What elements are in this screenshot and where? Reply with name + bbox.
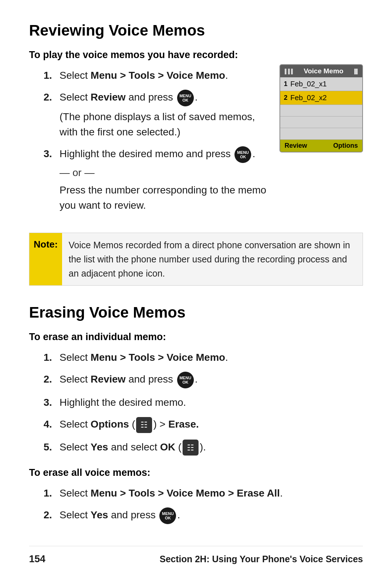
erasing-all-step-1: 1. Select Menu > Tools > Voice Memo > Er… xyxy=(44,486,363,501)
reviewing-step-2-bold: Review xyxy=(91,91,126,103)
erasing-step-2-content: Select Review and press MENU OK . xyxy=(60,372,363,388)
reviewing-step-2-sub: (The phone displays a list of saved memo… xyxy=(60,109,269,140)
footer-section-label: Section 2H: Using Your Phone's Voice Ser… xyxy=(160,554,363,564)
phone-review-label: Review xyxy=(285,142,307,150)
menu-ok-button-1: MENU OK xyxy=(177,90,194,106)
options-icon-1: ☷ xyxy=(136,417,152,433)
note-text: Voice Memos recorded from a direct phone… xyxy=(62,233,363,285)
erasing-step-3-content: Highlight the desired memo. xyxy=(60,395,363,410)
phone-list-item-1: 1 Feb_02_x1 xyxy=(280,77,362,91)
erasing-step-3-num: 3. xyxy=(44,395,60,410)
phone-list-num-2: 2 xyxy=(284,94,287,102)
phone-list-num-1: 1 xyxy=(284,80,287,88)
erasing-all-step-2-yes: Yes xyxy=(91,510,108,521)
phone-battery-icon: ▐▌ xyxy=(353,69,359,74)
erasing-step-4-erase: Erase. xyxy=(168,418,199,430)
note-label: Note: xyxy=(29,233,62,285)
phone-list-label-1: Feb_02_x1 xyxy=(290,80,327,88)
erasing-step-4-content: Select Options (☷) > Erase. xyxy=(60,417,363,433)
menu-label-3: MENU xyxy=(179,376,191,380)
erasing-step-3: 3. Highlight the desired memo. xyxy=(44,395,363,410)
phone-screenshot-title: Voice Memo xyxy=(294,67,352,75)
phone-options-label: Options xyxy=(333,142,358,150)
ok-label-4: OK xyxy=(165,516,171,520)
phone-list-empty-1 xyxy=(280,105,362,117)
menu-label-2: MENU xyxy=(237,150,249,155)
erasing-all-step-2-content: Select Yes and press MENU OK . xyxy=(60,507,363,524)
phone-bottom-bar: Review Options xyxy=(280,140,362,152)
phone-list-item-2: 2 Feb_02_x2 xyxy=(280,91,362,105)
erasing-step-4: 4. Select Options (☷) > Erase. xyxy=(44,417,363,433)
press-alt-text: Press the number corresponding to the me… xyxy=(60,183,269,213)
reviewing-step-1-content: Select Menu > Tools > Voice Memo. xyxy=(60,68,269,83)
reviewing-step-1: 1. Select Menu > Tools > Voice Memo. xyxy=(44,68,269,83)
note-box: Note: Voice Memos recorded from a direct… xyxy=(29,233,363,286)
reviewing-step-2-num: 2. xyxy=(44,90,60,105)
menu-ok-button-2: MENU OK xyxy=(234,146,251,163)
erasing-step-1: 1. Select Menu > Tools > Voice Memo. xyxy=(44,350,363,365)
phone-title-bar: ▐▐ ▌ Voice Memo ▐▌ xyxy=(280,65,362,77)
erasing-all-label: To erase all voice memos: xyxy=(29,467,363,478)
reviewing-step-2: 2. Select Review and press MENU OK . (Th… xyxy=(44,90,269,140)
erasing-all-step-1-num: 1. xyxy=(44,486,60,501)
erasing-step-1-content: Select Menu > Tools > Voice Memo. xyxy=(60,350,363,365)
erasing-step-5-yes: Yes xyxy=(91,441,108,453)
ok-label: OK xyxy=(182,98,188,102)
footer-page-num: 154 xyxy=(29,554,45,565)
phone-status-icons: ▐▐ ▌ xyxy=(283,69,294,74)
erasing-step-5-ok: OK xyxy=(160,441,175,453)
erasing-individual-label: To erase an individual memo: xyxy=(29,331,363,343)
erasing-section: Erasing Voice Memos To erase an individu… xyxy=(29,304,363,524)
phone-screenshot: ▐▐ ▌ Voice Memo ▐▌ 1 Feb_02_x1 2 Feb_02_… xyxy=(279,64,363,152)
options-icon-2: ☷ xyxy=(183,440,199,456)
menu-label-4: MENU xyxy=(162,511,173,516)
reviewing-step-3-content: Highlight the desired memo and press MEN… xyxy=(60,146,269,213)
erasing-all-step-1-bold: Menu > Tools > Voice Memo > Erase All xyxy=(91,487,280,499)
reviewing-step-3: 3. Highlight the desired memo and press … xyxy=(44,146,269,213)
menu-ok-button-3: MENU OK xyxy=(177,372,194,388)
erasing-step-5-num: 5. xyxy=(44,440,60,455)
erasing-all-step-2-num: 2. xyxy=(44,507,60,523)
erasing-all-step-1-content: Select Menu > Tools > Voice Memo > Erase… xyxy=(60,486,363,501)
reviewing-step-3-num: 3. xyxy=(44,146,60,162)
erasing-step-4-num: 4. xyxy=(44,417,60,432)
reviewing-subsection-label: To play the voice memos you have recorde… xyxy=(29,49,363,61)
page-footer: 154 Section 2H: Using Your Phone's Voice… xyxy=(29,546,363,565)
ok-label-2: OK xyxy=(240,155,246,159)
erasing-step-2-bold: Review xyxy=(91,374,126,385)
erasing-step-5-content: Select Yes and select OK (☷). xyxy=(60,440,363,456)
reviewing-title: Reviewing Voice Memos xyxy=(29,22,363,39)
or-divider: — or — xyxy=(60,165,269,180)
erasing-individual-steps: 1. Select Menu > Tools > Voice Memo. 2. … xyxy=(44,350,363,456)
erasing-title: Erasing Voice Memos xyxy=(29,304,363,321)
phone-list-empty-3 xyxy=(280,128,362,140)
ok-label-3: OK xyxy=(182,380,188,384)
reviewing-step-1-bold: Menu > Tools > Voice Memo xyxy=(91,70,225,81)
erasing-all-step-2: 2. Select Yes and press MENU OK . xyxy=(44,507,363,524)
menu-label: MENU xyxy=(179,94,191,98)
reviewing-step-2-content: Select Review and press MENU OK . (The p… xyxy=(60,90,269,140)
erasing-step-1-num: 1. xyxy=(44,350,60,365)
erasing-all-steps: 1. Select Menu > Tools > Voice Memo > Er… xyxy=(44,486,363,524)
erasing-step-2-num: 2. xyxy=(44,372,60,387)
phone-list-empty-2 xyxy=(280,117,362,128)
reviewing-step-1-num: 1. xyxy=(44,68,60,83)
erasing-step-1-bold: Menu > Tools > Voice Memo xyxy=(91,352,225,363)
erasing-step-5: 5. Select Yes and select OK (☷). xyxy=(44,440,363,456)
menu-ok-button-4: MENU OK xyxy=(159,507,176,524)
erasing-step-2: 2. Select Review and press MENU OK . xyxy=(44,372,363,388)
phone-list-label-2: Feb_02_x2 xyxy=(290,94,327,102)
erasing-step-4-options: Options xyxy=(91,418,129,430)
